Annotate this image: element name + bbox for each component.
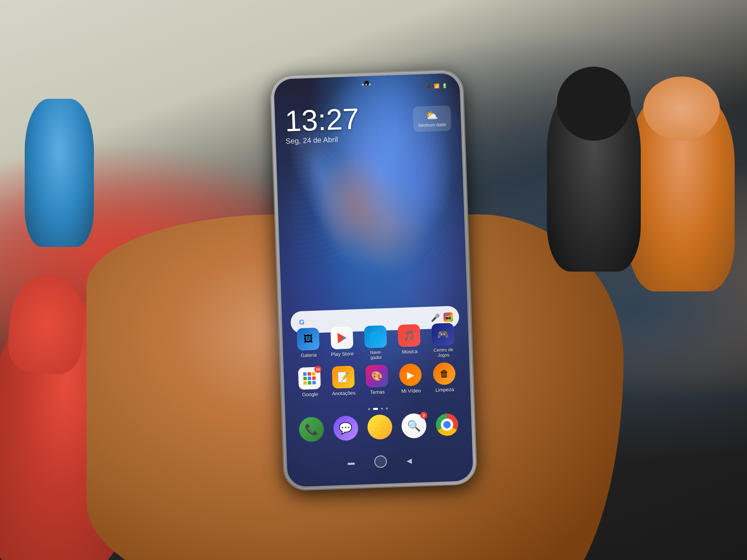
temas-label: Temas xyxy=(370,389,385,395)
anotacoes-icon: 📝 xyxy=(332,366,355,389)
nav-recents[interactable]: ▬ xyxy=(347,458,355,466)
notif-dot xyxy=(368,83,370,85)
wifi-icon: 📶 xyxy=(434,83,439,89)
google-g-logo: G xyxy=(297,317,307,327)
app-row-2: 10 Google 📝 Anotações 🎨 Temas xyxy=(292,362,462,398)
search-app-icon: 🔍 xyxy=(407,419,421,433)
microphone-icon[interactable]: 🎤 xyxy=(431,313,440,322)
battery-icon: 🔋 xyxy=(442,83,447,89)
limpeza-icon: 🗑 xyxy=(433,362,456,385)
svg-marker-3 xyxy=(343,336,346,340)
mivideo-icon: ▶ xyxy=(399,363,422,386)
navegador-icon: 🌐 xyxy=(364,325,387,348)
page-dot-4 xyxy=(386,407,388,409)
dock-search-app[interactable]: 🔍 2 xyxy=(401,413,427,438)
temas-icon: 🎨 xyxy=(365,365,388,388)
google-icon: 10 xyxy=(298,367,321,390)
anotacoes-label: Anotações xyxy=(332,390,356,397)
app-anotacoes[interactable]: 📝 Anotações xyxy=(329,366,357,397)
funko-dark xyxy=(547,86,641,272)
funko-blue-hair xyxy=(25,99,94,247)
notif-dot xyxy=(362,84,364,86)
navegador-label: Nave-gador xyxy=(370,350,382,361)
playstore-label: Play Store xyxy=(331,351,354,357)
centrojogas-icon: 🎮 xyxy=(431,323,454,346)
galeria-label: Galeria xyxy=(301,352,317,358)
phone-icon: 📞 xyxy=(305,423,319,436)
page-dot-2-active xyxy=(373,408,378,410)
weather-icon: ⛅ xyxy=(418,109,446,122)
galeria-icon: 🖼 xyxy=(297,328,320,351)
google-lens-icon[interactable]: 📷 xyxy=(443,312,453,322)
app-musica[interactable]: 🎵 Música xyxy=(395,324,423,355)
phone-screen: ⬛ 📶 🔋 13:27 Seg, 24 de Abril ⛅ Nenhum da… xyxy=(274,73,473,487)
app-navegador[interactable]: 🌐 Nave-gador xyxy=(361,325,390,361)
funko-orange xyxy=(628,94,735,291)
app-google[interactable]: 10 Google xyxy=(295,367,324,398)
screenshot-icon: ⬛ xyxy=(426,83,432,89)
nav-home[interactable] xyxy=(374,455,387,468)
app-row-1: 🖼 Galeria Play Store xyxy=(291,323,461,364)
app-playstore[interactable]: Play Store xyxy=(328,326,356,357)
messages-icon: 💬 xyxy=(339,422,353,435)
nav-back[interactable]: ◀ xyxy=(406,457,412,465)
thunderbolt-icon: ⚡ xyxy=(373,421,387,434)
mivideo-label: Mi Vídeo xyxy=(401,388,421,394)
phone: ⬛ 📶 🔋 13:27 Seg, 24 de Abril ⛅ Nenhum da… xyxy=(270,70,477,490)
playstore-icon xyxy=(330,326,353,349)
dock-chrome[interactable] xyxy=(436,413,459,436)
app-centrojogas[interactable]: 🎮 Centro deJogos xyxy=(429,323,457,358)
status-icons: ⬛ 📶 🔋 xyxy=(426,83,447,89)
page-dot-1 xyxy=(368,408,370,410)
dock-thunderbolt[interactable]: ⚡ xyxy=(367,414,392,440)
weather-text: Nenhum dado xyxy=(418,122,446,128)
phone-shell: ⬛ 📶 🔋 13:27 Seg, 24 de Abril ⛅ Nenhum da… xyxy=(270,70,477,490)
search-badge: 2 xyxy=(420,412,427,419)
clock-widget: 13:27 Seg, 24 de Abril xyxy=(284,104,360,145)
centrojogas-label: Centro deJogos xyxy=(434,347,454,358)
weather-widget[interactable]: ⛅ Nenhum dado xyxy=(413,105,452,132)
notif-dot xyxy=(365,83,367,85)
notification-dots xyxy=(362,83,370,86)
page-dot-3 xyxy=(381,408,383,410)
app-limpeza[interactable]: 🗑 Limpeza xyxy=(430,362,459,393)
app-temas[interactable]: 🎨 Temas xyxy=(363,365,391,396)
search-spacer xyxy=(310,318,427,322)
clock-time: 13:27 xyxy=(284,104,359,136)
limpeza-label: Limpeza xyxy=(435,386,454,393)
musica-label: Música xyxy=(402,348,417,355)
musica-icon: 🎵 xyxy=(398,324,421,347)
app-galeria[interactable]: 🖼 Galeria xyxy=(294,327,323,358)
dock-phone[interactable]: 📞 xyxy=(299,417,324,442)
google-label: Google xyxy=(302,391,318,398)
app-mivideo[interactable]: ▶ Mi Vídeo xyxy=(396,363,424,394)
dock-messages[interactable]: 💬 xyxy=(333,416,358,441)
